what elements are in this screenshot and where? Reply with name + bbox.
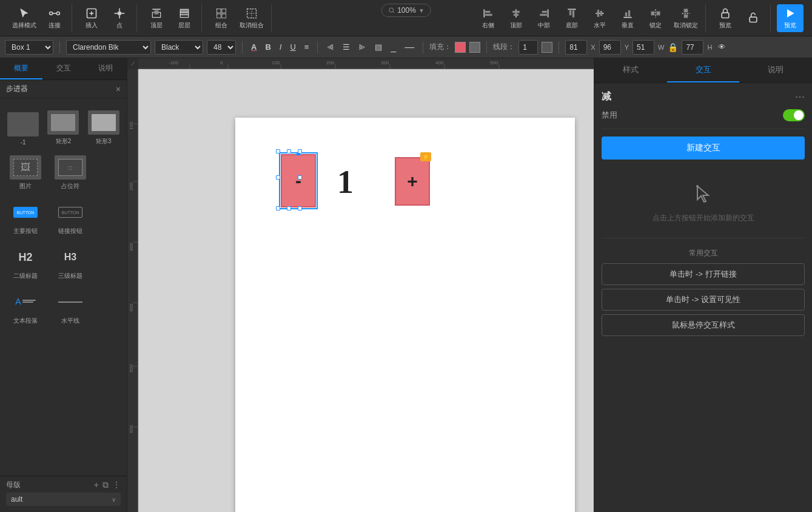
tool-unlock[interactable] bbox=[740, 8, 767, 28]
align-center-btn[interactable]: ☰ bbox=[340, 41, 352, 53]
tool-select[interactable]: 选择模式 bbox=[8, 4, 40, 32]
y-input[interactable] bbox=[599, 40, 621, 55]
new-interaction-btn[interactable]: 新建交互 bbox=[602, 136, 805, 160]
comp-item-h3[interactable]: H3 三级标题 bbox=[50, 243, 91, 283]
font-size-select[interactable]: 48 bbox=[207, 40, 236, 55]
tab-overview[interactable]: 概要 bbox=[0, 58, 42, 79]
plus-button[interactable]: + ⚡ bbox=[395, 157, 430, 206]
zoom-dropdown-arrow: ▼ bbox=[418, 7, 424, 14]
interaction-option-hover[interactable]: 鼠标悬停交互样式 bbox=[602, 314, 805, 336]
handle-tc[interactable] bbox=[287, 149, 291, 153]
bold-btn[interactable]: B bbox=[263, 41, 273, 53]
tab-notes[interactable]: 说明 bbox=[739, 58, 812, 83]
underline-style-btn[interactable]: _ bbox=[388, 41, 398, 54]
disabled-toggle[interactable] bbox=[783, 109, 805, 121]
handle-tr[interactable] bbox=[298, 149, 302, 153]
tool-point[interactable]: 点 bbox=[106, 4, 133, 32]
tab-notes[interactable]: 说明 bbox=[84, 58, 127, 79]
handle-tl[interactable] bbox=[276, 149, 280, 153]
underline-btn[interactable]: U bbox=[287, 41, 298, 53]
comp-item-h2[interactable]: H2 二级标题 bbox=[5, 243, 46, 283]
tool-layer[interactable]: 层层 bbox=[171, 4, 198, 32]
comp-item-rect2[interactable]: 矩形2 bbox=[45, 108, 81, 148]
font-name-select[interactable]: Clarendon Blk bbox=[66, 40, 151, 55]
interaction-placeholder: 点击上方按钮开始添加新的交互 bbox=[602, 169, 805, 238]
h-input[interactable] bbox=[682, 40, 703, 55]
master-actions: + ⧉ ⋮ bbox=[94, 480, 121, 490]
tab-interaction[interactable]: 交互 bbox=[667, 58, 740, 83]
right-panel-content: 减 ⋯ 禁用 新建交互 点击上方按钮开始添加新 bbox=[594, 83, 812, 512]
master-default-item[interactable]: ault ∨ bbox=[6, 493, 121, 506]
stepper-close-btn[interactable]: × bbox=[116, 84, 121, 94]
tool-align-top[interactable]: 底部 bbox=[559, 4, 585, 32]
zoom-control[interactable]: 100% ▼ bbox=[381, 4, 431, 17]
tool-group[interactable]: 组合 bbox=[208, 4, 235, 32]
tool-top[interactable]: 顶层 bbox=[143, 4, 170, 32]
canvas-content[interactable]: - 1 bbox=[138, 69, 594, 512]
italic-btn[interactable]: I bbox=[277, 41, 284, 53]
tab-style[interactable]: 样式 bbox=[594, 58, 667, 83]
comp-item-text[interactable]: A 文本段落 bbox=[5, 288, 46, 328]
x-input[interactable] bbox=[565, 40, 587, 55]
tab-interaction[interactable]: 交互 bbox=[42, 58, 85, 79]
minus-button-text: - bbox=[295, 170, 301, 191]
svg-rect-43 bbox=[628, 10, 630, 16]
master-copy-btn[interactable]: ⧉ bbox=[102, 480, 109, 490]
svg-rect-12 bbox=[155, 10, 159, 15]
handle-mr[interactable] bbox=[298, 175, 302, 180]
fill-color-picker2[interactable] bbox=[469, 42, 480, 53]
align-justify-btn[interactable]: ▤ bbox=[372, 41, 384, 53]
tool-align-v[interactable]: 取消锁定 bbox=[670, 4, 702, 32]
handle-br[interactable] bbox=[298, 206, 302, 211]
v-ruler-svg: 100 200 300 400 500 600 bbox=[127, 69, 138, 512]
tool-align-middle[interactable]: 水平 bbox=[586, 4, 613, 32]
svg-text:200: 200 bbox=[129, 182, 134, 190]
align-left-btn[interactable]: ⫷ bbox=[324, 41, 337, 53]
minus-button[interactable]: - bbox=[281, 154, 316, 207]
tool-lock[interactable]: 预览 bbox=[712, 4, 739, 32]
w-input[interactable] bbox=[632, 40, 654, 55]
comp-item-main-btn[interactable]: BUTTON 主要按钮 bbox=[5, 198, 46, 238]
page-name-select[interactable]: Box 1 bbox=[5, 40, 53, 55]
interaction-option-link[interactable]: 单击时 -> 打开链接 bbox=[602, 263, 805, 285]
list-btn[interactable]: ≡ bbox=[302, 41, 312, 53]
stroke-width-input[interactable] bbox=[518, 40, 538, 55]
number-text[interactable]: 1 bbox=[337, 163, 354, 201]
tool-ungroup[interactable]: 取消组合 bbox=[236, 4, 267, 32]
font-color-select[interactable]: Black bbox=[155, 40, 203, 55]
handle-bl[interactable] bbox=[276, 206, 280, 211]
tool-align-left[interactable]: 右侧 bbox=[475, 4, 502, 32]
fill-color-picker[interactable] bbox=[455, 42, 466, 53]
tool-align-h[interactable]: 锁定 bbox=[642, 4, 669, 32]
svg-rect-20 bbox=[222, 13, 226, 18]
tool-align-center[interactable]: 顶部 bbox=[503, 4, 529, 32]
lock-dimensions-btn[interactable]: 🔒 bbox=[668, 42, 678, 52]
strikethrough-btn[interactable]: — bbox=[402, 41, 417, 54]
comp-item-link-btn[interactable]: BUTTON 链接按钮 bbox=[50, 198, 91, 238]
svg-rect-33 bbox=[542, 10, 547, 12]
more-options-btn[interactable]: ⋯ bbox=[795, 91, 805, 103]
tool-preview[interactable]: 预览 bbox=[777, 4, 804, 32]
comp-item-unnamed[interactable]: -1 bbox=[5, 110, 41, 148]
tool-align-bottom[interactable]: 垂直 bbox=[614, 4, 641, 32]
canvas-area[interactable]: -100 0 100 200 300 400 500 100 bbox=[127, 58, 594, 512]
master-more-btn[interactable]: ⋮ bbox=[112, 480, 121, 490]
tool-insert[interactable]: 插入 bbox=[78, 4, 105, 32]
visibility-btn[interactable]: 👁 bbox=[716, 41, 728, 53]
comp-item-hline[interactable]: 水平线 bbox=[50, 288, 91, 328]
comp-item-rect3[interactable]: 矩形3 bbox=[86, 108, 122, 148]
interaction-option-visibility[interactable]: 单击时 -> 设置可见性 bbox=[602, 289, 805, 311]
comp-item-image[interactable]: 🖼 图片 bbox=[5, 153, 46, 193]
ruler-corner bbox=[127, 58, 138, 69]
handle-ml[interactable] bbox=[276, 175, 280, 180]
tool-connect[interactable]: 连接 bbox=[41, 4, 68, 32]
comp-item-placeholder[interactable]: □ 占位符 bbox=[50, 153, 91, 193]
comp-row-5: A 文本段落 水平线 bbox=[5, 288, 122, 328]
master-add-btn[interactable]: + bbox=[94, 480, 99, 490]
tool-align-right[interactable]: 中部 bbox=[531, 4, 557, 32]
handle-bc[interactable] bbox=[287, 206, 291, 211]
stroke-color-picker[interactable] bbox=[542, 42, 552, 53]
svg-rect-36 bbox=[569, 10, 571, 15]
text-color-btn[interactable]: A bbox=[249, 41, 259, 53]
align-right-btn[interactable]: ⫸ bbox=[356, 41, 369, 53]
